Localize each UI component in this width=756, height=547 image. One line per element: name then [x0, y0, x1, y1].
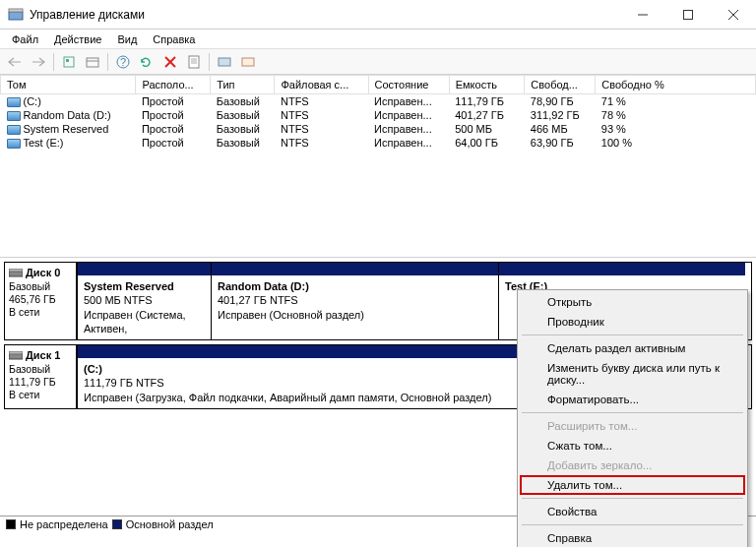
app-icon — [8, 7, 24, 23]
menu-view[interactable]: Вид — [109, 31, 145, 47]
svg-rect-7 — [66, 59, 69, 62]
legend-unallocated-label: Не распределена — [20, 518, 108, 530]
svg-rect-18 — [219, 58, 230, 66]
column-header[interactable]: Файловая с... — [275, 76, 368, 94]
column-header[interactable]: Тип — [211, 76, 275, 94]
svg-text:?: ? — [120, 56, 126, 68]
ctx-explorer[interactable]: Проводник — [520, 312, 745, 332]
column-header[interactable]: Свобод... — [525, 76, 596, 94]
svg-rect-21 — [9, 269, 23, 272]
volume-list: ТомРасполо...ТипФайловая с...СостояниеЕм… — [0, 75, 756, 258]
legend-primary-label: Основной раздел — [126, 518, 214, 530]
titlebar: Управление дисками — [0, 0, 756, 30]
toolbar-icon-3[interactable] — [214, 51, 235, 73]
partition[interactable]: Random Data (D:)401,27 ГБ NTFSИсправен (… — [212, 263, 499, 339]
toolbar-icon-2[interactable] — [82, 51, 103, 73]
disk-header[interactable]: Диск 1Базовый111,79 ГБВ сети — [4, 344, 77, 409]
svg-rect-23 — [9, 351, 23, 354]
toolbar-icon-4[interactable] — [237, 51, 259, 73]
toolbar: ? — [0, 49, 756, 75]
legend-primary-swatch — [112, 519, 122, 529]
minimize-button[interactable] — [620, 0, 665, 30]
svg-rect-19 — [242, 58, 254, 66]
close-button[interactable] — [711, 0, 756, 30]
volume-row[interactable]: System ReservedПростойБазовыйNTFSИсправе… — [1, 122, 756, 136]
ctx-make-active[interactable]: Сделать раздел активным — [520, 338, 745, 358]
column-header[interactable]: Емкость — [449, 76, 525, 94]
ctx-shrink[interactable]: Сжать том... — [520, 436, 745, 456]
toolbar-icon-1[interactable] — [58, 51, 80, 73]
menubar: Файл Действие Вид Справка — [0, 30, 756, 49]
help-icon[interactable]: ? — [112, 51, 134, 73]
svg-rect-3 — [684, 10, 693, 19]
svg-rect-0 — [9, 12, 23, 20]
svg-rect-1 — [9, 9, 23, 12]
ctx-format[interactable]: Форматировать... — [520, 390, 745, 409]
legend-unallocated-swatch — [6, 519, 16, 529]
forward-button[interactable] — [28, 51, 49, 73]
context-menu: Открыть Проводник Сделать раздел активны… — [517, 289, 748, 547]
menu-action[interactable]: Действие — [46, 31, 109, 47]
ctx-extend: Расширить том... — [520, 416, 745, 436]
volume-row[interactable]: Random Data (D:)ПростойБазовыйNTFSИсправ… — [1, 108, 756, 122]
menu-file[interactable]: Файл — [4, 31, 46, 47]
menu-help[interactable]: Справка — [145, 31, 203, 47]
volume-row[interactable]: (C:)ПростойБазовыйNTFSИсправен...111,79 … — [1, 94, 756, 109]
properties-icon[interactable] — [183, 51, 205, 73]
ctx-properties[interactable]: Свойства — [520, 502, 745, 521]
window-title: Управление дисками — [30, 8, 620, 22]
column-header[interactable]: Располо... — [136, 76, 211, 94]
volume-row[interactable]: Test (E:)ПростойБазовыйNTFSИсправен...64… — [1, 136, 756, 150]
column-header[interactable]: Том — [1, 76, 136, 94]
column-header[interactable]: Свободно % — [596, 76, 756, 94]
svg-rect-8 — [87, 58, 98, 67]
ctx-help[interactable]: Справка — [520, 528, 745, 547]
delete-icon[interactable] — [159, 51, 181, 73]
partition[interactable]: System Reserved500 МБ NTFSИсправен (Сист… — [78, 263, 212, 339]
disk-header[interactable]: Диск 0Базовый465,76 ГБВ сети — [4, 262, 77, 340]
column-header[interactable]: Состояние — [368, 76, 449, 94]
ctx-delete-volume[interactable]: Удалить том... — [520, 475, 745, 495]
ctx-open[interactable]: Открыть — [520, 292, 745, 312]
maximize-button[interactable] — [665, 0, 711, 30]
refresh-icon[interactable] — [136, 51, 158, 73]
ctx-change-letter[interactable]: Изменить букву диска или путь к диску... — [520, 358, 745, 390]
back-button[interactable] — [4, 51, 26, 73]
svg-rect-14 — [189, 56, 199, 68]
ctx-mirror: Добавить зеркало... — [520, 456, 745, 475]
